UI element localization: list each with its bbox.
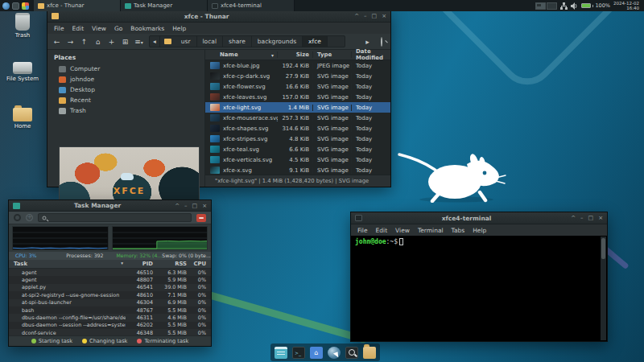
file-row[interactable]: xfce-leaves.svg157.0 KiBSVG imageToday: [205, 92, 390, 102]
menu-file[interactable]: File: [54, 25, 64, 32]
new-tab-button[interactable]: ⊞: [120, 38, 130, 46]
terminal-content[interactable]: john@doe:~$: [351, 236, 607, 341]
place-recent[interactable]: Recent: [47, 95, 204, 105]
terminal-icon[interactable]: >_: [292, 347, 305, 359]
menu-file[interactable]: File: [357, 227, 368, 234]
workspace-2[interactable]: [547, 2, 557, 10]
forward-button[interactable]: →: [65, 38, 76, 46]
menu-view[interactable]: View: [92, 25, 106, 32]
process-search-input[interactable]: [38, 213, 192, 222]
task-manager-titlebar[interactable]: Task Manager ^–□×: [9, 200, 211, 212]
column-name[interactable]: Name▾: [205, 51, 278, 58]
breadcrumb-local[interactable]: local: [197, 35, 223, 47]
file-row[interactable]: xfce-mouserace.svg257.3 KiBSVG imageToda…: [205, 113, 390, 123]
settings-gear-icon[interactable]: [14, 214, 21, 221]
desktop-icon-filesystem[interactable]: File System: [2, 58, 43, 82]
menu-edit[interactable]: Edit: [72, 25, 85, 32]
network-icon[interactable]: [560, 2, 568, 10]
window-app-icon[interactable]: [275, 347, 287, 359]
maximize-button[interactable]: □: [192, 203, 198, 209]
kill-process-button[interactable]: [196, 214, 206, 222]
terminal-scrollbar[interactable]: [601, 237, 606, 340]
new-window-button[interactable]: +: [106, 38, 117, 46]
app-launcher-icon[interactable]: [22, 2, 29, 10]
column-task[interactable]: Task▾: [9, 261, 126, 267]
crumb-scroll-left[interactable]: ◂: [150, 35, 160, 47]
column-pid[interactable]: PID: [126, 261, 153, 267]
menu-help[interactable]: Help: [172, 25, 186, 32]
file-row[interactable]: xfce-shapes.svg314.6 KiBSVG imageToday: [205, 123, 390, 134]
process-row[interactable]: dbus-daemon --config-file=/usr/share/def…: [9, 314, 211, 321]
browser-icon[interactable]: [328, 347, 341, 359]
minimize-button[interactable]: –: [580, 215, 584, 221]
back-button[interactable]: ←: [52, 38, 62, 46]
process-row[interactable]: agent465106.3 MiB0%: [9, 269, 211, 276]
minimize-button[interactable]: –: [364, 13, 367, 19]
maximize-button[interactable]: □: [588, 215, 594, 221]
menu-view[interactable]: View: [395, 227, 410, 234]
breadcrumb-usr[interactable]: usr: [175, 35, 197, 47]
close-button[interactable]: ×: [382, 13, 386, 19]
breadcrumb-xfce[interactable]: xfce: [303, 35, 328, 47]
close-button[interactable]: ×: [598, 215, 603, 221]
process-row[interactable]: agent488075.9 MiB0%: [9, 276, 211, 283]
breadcrumb-backgrounds[interactable]: backgrounds: [252, 35, 303, 47]
taskbar-button[interactable]: xfce4-terminal: [208, 0, 295, 11]
process-row[interactable]: dbus-daemon --session --address=systemd:…: [9, 322, 211, 329]
place-johndoe[interactable]: johndoe: [47, 74, 204, 84]
column-size[interactable]: Size: [278, 51, 313, 58]
identify-window-icon[interactable]: [26, 214, 33, 221]
shade-button[interactable]: ^: [571, 215, 576, 221]
maximize-button[interactable]: □: [372, 13, 378, 19]
scrollbar-thumb[interactable]: [601, 238, 605, 259]
column-rss[interactable]: RSS: [153, 261, 187, 267]
close-button[interactable]: ×: [202, 203, 207, 209]
column-cpu[interactable]: CPU: [187, 261, 211, 267]
up-button[interactable]: ↑: [79, 38, 89, 46]
home-button[interactable]: ⌂: [93, 38, 103, 46]
view-toggle-button[interactable]: ≡▾: [134, 38, 144, 46]
crumb-scroll-right[interactable]: ▸: [362, 38, 373, 46]
taskbar-button[interactable]: Task Manager: [121, 0, 208, 11]
workspace-1[interactable]: [535, 2, 546, 10]
search-button[interactable]: [376, 38, 386, 46]
place-computer[interactable]: Computer: [47, 64, 204, 74]
breadcrumb-share[interactable]: share: [223, 35, 252, 47]
shade-button[interactable]: ^: [175, 203, 180, 209]
volume-icon[interactable]: [571, 2, 578, 10]
battery-indicator[interactable]: 100%: [581, 2, 610, 9]
place-trash[interactable]: Trash: [47, 105, 204, 116]
column-date[interactable]: Date Modified: [352, 48, 390, 61]
file-row[interactable]: xfce-verticals.svg4.5 KiBSVG imageToday: [205, 154, 390, 165]
terminal-titlebar[interactable]: xfce4-terminal ^–□×: [351, 212, 607, 224]
taskbar-button[interactable]: xfce - Thunar: [34, 0, 121, 11]
file-manager-icon[interactable]: ⌂: [310, 347, 323, 359]
desktop-icon-home[interactable]: Home: [2, 105, 43, 130]
file-row[interactable]: xfce-teal.svg6.6 KiBSVG imageToday: [205, 144, 390, 154]
column-type[interactable]: Type: [313, 51, 352, 58]
thunar-titlebar[interactable]: xfce - Thunar ^–□×: [47, 10, 390, 23]
menu-terminal[interactable]: Terminal: [418, 227, 444, 234]
process-row[interactable]: applet.py4654139.0 MiB0%: [9, 284, 211, 291]
process-row[interactable]: at-spi-bus-launcher463046.9 MiB0%: [9, 299, 211, 306]
workspace-switcher[interactable]: [535, 2, 557, 10]
process-row[interactable]: at-spi2-registryd --use-gnome-session486…: [9, 291, 211, 298]
process-row[interactable]: dconf-service463485.5 MiB0%: [9, 329, 211, 335]
file-row[interactable]: xfce-stripes.svg4.8 KiBSVG imageToday: [205, 134, 390, 144]
file-row[interactable]: xfce-light.svg1.4 MiBSVG imageToday: [205, 102, 390, 113]
app-finder-icon[interactable]: [345, 347, 358, 359]
menu-tabs[interactable]: Tabs: [452, 227, 465, 234]
menu-go[interactable]: Go: [114, 25, 122, 32]
minimize-button[interactable]: –: [184, 203, 188, 209]
menu-help[interactable]: Help: [473, 227, 486, 234]
place-desktop[interactable]: Desktop: [47, 84, 204, 95]
menu-edit[interactable]: Edit: [376, 227, 388, 234]
process-row[interactable]: bash487675.5 MiB0%: [9, 306, 211, 314]
applications-menu-icon[interactable]: [2, 2, 10, 10]
folder-icon[interactable]: [363, 347, 376, 359]
file-row[interactable]: xfce-cp-dark.svg27.9 KiBSVG imageToday: [205, 71, 390, 81]
file-row[interactable]: xfce-flower.svg16.6 KiBSVG imageToday: [205, 81, 390, 92]
shade-button[interactable]: ^: [354, 13, 359, 19]
file-row[interactable]: xfce-blue.jpg192.4 KiBJPEG imageToday: [205, 60, 390, 71]
file-row[interactable]: xfce-x.svg9.1 KiBSVG imageToday: [205, 165, 390, 175]
